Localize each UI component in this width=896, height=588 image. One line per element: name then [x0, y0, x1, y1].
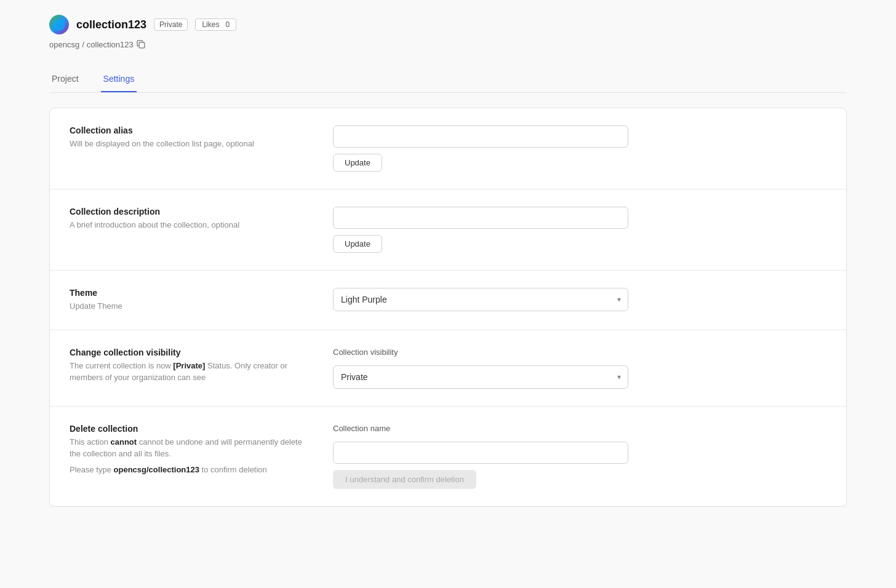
- tab-settings[interactable]: Settings: [101, 69, 137, 92]
- breadcrumb-org[interactable]: opencsg: [49, 40, 79, 49]
- delete-control: Collection name I understand and confirm…: [333, 424, 826, 489]
- confirm-deletion-button[interactable]: I understand and confirm deletion: [333, 470, 476, 489]
- theme-control: Light Purple Dark Blue Green ▾: [333, 288, 826, 311]
- description-input[interactable]: [333, 207, 628, 229]
- visibility-desc-status: [Private]: [173, 361, 205, 370]
- theme-label: Theme Update Theme: [70, 288, 303, 312]
- delete-control-label: Collection name: [333, 424, 826, 433]
- visibility-select-wrapper: Private Public ▾: [333, 365, 628, 389]
- visibility-description: The current collection is now [Private] …: [70, 360, 303, 384]
- theme-section: Theme Update Theme Light Purple Dark Blu…: [50, 271, 846, 330]
- private-badge: Private: [154, 18, 188, 31]
- delete-type-suffix: to confirm deletion: [199, 465, 267, 474]
- collection-name: collection123: [76, 18, 146, 31]
- delete-label: Delete collection This action cannot can…: [70, 424, 303, 476]
- delete-warning: This action cannot cannot be undone and …: [70, 436, 303, 460]
- visibility-control: Collection visibility Private Public ▾: [333, 348, 826, 389]
- alias-section: Collection alias Will be displayed on th…: [50, 108, 846, 189]
- delete-name-input[interactable]: [333, 442, 628, 464]
- delete-cannot: cannot: [110, 437, 137, 447]
- delete-confirm-name: opencsg/collection123: [114, 465, 199, 474]
- visibility-control-label: Collection visibility: [333, 348, 826, 357]
- visibility-label-block: Change collection visibility The current…: [70, 348, 303, 384]
- alias-label: Collection alias Will be displayed on th…: [70, 125, 303, 150]
- theme-select[interactable]: Light Purple Dark Blue Green: [333, 288, 628, 311]
- svg-rect-0: [139, 42, 145, 48]
- alias-input[interactable]: [333, 125, 628, 148]
- settings-card: Collection alias Will be displayed on th…: [49, 108, 847, 507]
- theme-select-wrapper: Light Purple Dark Blue Green ▾: [333, 288, 628, 311]
- delete-type-instruction: Please type opencsg/collection123 to con…: [70, 464, 303, 476]
- delete-type-prefix: Please type: [70, 465, 114, 474]
- description-section: Collection description A brief introduct…: [50, 189, 846, 271]
- description-desc: A brief introduction about the collectio…: [70, 219, 303, 231]
- likes-label: Likes: [202, 20, 219, 29]
- breadcrumb-separator: /: [82, 40, 84, 49]
- description-title: Collection description: [70, 207, 303, 217]
- visibility-title: Change collection visibility: [70, 348, 303, 357]
- tabs-row: Project Settings: [49, 69, 847, 93]
- alias-control: Update: [333, 125, 826, 172]
- likes-badge: Likes 0: [195, 18, 236, 31]
- header-row: 🌐 collection123 Private Likes 0: [49, 15, 847, 34]
- theme-title: Theme: [70, 288, 303, 298]
- alias-title: Collection alias: [70, 125, 303, 135]
- visibility-section: Change collection visibility The current…: [50, 330, 846, 407]
- delete-warning-prefix: This action: [70, 437, 110, 447]
- delete-section: Delete collection This action cannot can…: [50, 407, 846, 506]
- alias-update-button[interactable]: Update: [333, 154, 382, 172]
- visibility-desc-prefix: The current collection is now: [70, 361, 173, 370]
- description-label: Collection description A brief introduct…: [70, 207, 303, 231]
- description-control: Update: [333, 207, 826, 253]
- copy-icon[interactable]: [136, 39, 146, 49]
- likes-count: 0: [225, 20, 230, 29]
- delete-title: Delete collection: [70, 424, 303, 434]
- visibility-select[interactable]: Private Public: [333, 365, 628, 389]
- breadcrumb-repo[interactable]: collection123: [87, 40, 134, 49]
- tab-project[interactable]: Project: [49, 69, 81, 92]
- breadcrumb: opencsg / collection123: [49, 39, 847, 49]
- collection-icon: 🌐: [49, 15, 69, 34]
- theme-description: Update Theme: [70, 300, 303, 312]
- alias-description: Will be displayed on the collection list…: [70, 138, 303, 150]
- description-update-button[interactable]: Update: [333, 235, 382, 253]
